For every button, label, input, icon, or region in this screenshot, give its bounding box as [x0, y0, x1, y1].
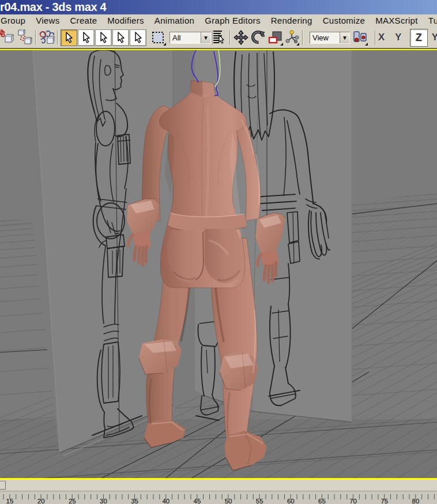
coord-system-dropdown-icon[interactable]: ▼ — [340, 32, 349, 43]
frame-number-label: 25 — [69, 498, 76, 504]
3ds-max-window: r04.max - 3ds max 4 Group Views Create M… — [0, 0, 437, 504]
select-and-move-icon[interactable] — [233, 29, 249, 46]
select-by-name-icon[interactable] — [211, 29, 227, 46]
menu-create[interactable]: Create — [65, 14, 102, 27]
timeline-labels: 15 20 25 30 35 40 45 50 55 60 65 70 75 8… — [0, 498, 437, 504]
selection-filter-combo[interactable]: All ▼ — [169, 32, 211, 44]
restrict-to-y-button[interactable]: Y — [393, 32, 404, 43]
timeline-ruler[interactable]: 15 20 25 30 35 40 45 50 55 60 65 70 75 8… — [0, 491, 437, 504]
select-and-rotate-icon[interactable] — [250, 29, 266, 46]
frame-number-label: 65 — [318, 498, 326, 504]
main-toolbar: All ▼ View ▼ X Y Z Y — [0, 27, 437, 48]
icon-glyph — [268, 30, 283, 45]
use-pivot-point-center-icon[interactable] — [352, 29, 368, 46]
toolbar-separator — [35, 30, 36, 45]
toolbar-separator — [229, 30, 231, 45]
unlink-tool-icon[interactable] — [17, 29, 33, 46]
bind-to-space-warp-icon[interactable] — [39, 29, 55, 46]
reference-coordinate-system-combo[interactable]: View ▼ — [310, 32, 350, 44]
frame-number-label: 60 — [287, 498, 295, 504]
coord-system-value: View — [310, 33, 340, 42]
frame-number-label: 50 — [225, 498, 232, 504]
icon-glyph — [352, 29, 368, 46]
cursor-arrow-glyph — [133, 32, 144, 43]
frame-number-label: 15 — [6, 498, 14, 504]
restrict-to-plane-button[interactable]: Y — [430, 32, 437, 43]
selection-filter-dropdown-icon[interactable]: ▼ — [201, 32, 210, 43]
selection-filter-value: All — [170, 33, 201, 42]
menu-views[interactable]: Views — [31, 14, 65, 27]
toolbar-separator — [57, 30, 58, 45]
icon-glyph — [0, 29, 14, 46]
menu-maxscript[interactable]: MAXScript — [370, 14, 423, 27]
icon-glyph — [251, 30, 266, 45]
select-and-scale-icon[interactable] — [268, 29, 284, 46]
frame-number-label: 40 — [162, 498, 169, 504]
menu-partial[interactable]: Tu — [423, 14, 437, 27]
time-slider-stub[interactable] — [0, 481, 6, 490]
frame-number-label: 35 — [131, 498, 138, 504]
frame-number-label: 30 — [100, 498, 107, 504]
cursor-arrow-glyph — [116, 32, 126, 43]
restrict-to-z-button[interactable]: Z — [410, 29, 428, 47]
cursor-arrow-glyph — [64, 32, 74, 43]
window-title: r04.max - 3ds max 4 — [0, 1, 106, 14]
select-object-button-5[interactable] — [130, 29, 146, 46]
select-object-button-2[interactable] — [78, 29, 95, 46]
toolbar-separator — [302, 30, 303, 45]
select-and-manipulate-icon[interactable] — [284, 29, 300, 46]
title-bar[interactable]: r04.max - 3ds max 4 — [0, 0, 437, 14]
frame-number-label: 45 — [193, 498, 201, 504]
frame-number-label: 55 — [256, 498, 263, 504]
icon-glyph — [150, 30, 165, 45]
menu-animation[interactable]: Animation — [149, 14, 199, 27]
icon-glyph — [17, 29, 32, 46]
rectangular-selection-region-icon[interactable] — [149, 29, 167, 46]
frame-number-label: 20 — [37, 498, 45, 504]
frame-number-label: 70 — [349, 498, 357, 504]
cursor-arrow-glyph — [81, 32, 92, 43]
track-bar[interactable]: 15 20 25 30 35 40 45 50 55 60 65 70 75 8… — [0, 480, 437, 504]
menu-bar: Group Views Create Modifiers Animation G… — [0, 14, 437, 27]
icon-glyph — [212, 29, 227, 46]
viewport-scene[interactable] — [0, 50, 437, 478]
menu-group[interactable]: Group — [0, 14, 31, 27]
menu-rendering[interactable]: Rendering — [266, 14, 318, 27]
link-tool-icon[interactable] — [0, 29, 14, 46]
restrict-to-x-button[interactable]: X — [376, 32, 387, 43]
select-object-button[interactable] — [61, 29, 77, 46]
frame-number-label: 80 — [412, 498, 419, 504]
frame-number-label: 75 — [381, 498, 388, 504]
menu-customize[interactable]: Customize — [318, 14, 371, 27]
menu-graph-editors[interactable]: Graph Editors — [199, 14, 265, 27]
menu-modifiers[interactable]: Modifiers — [102, 14, 149, 27]
icon-glyph — [39, 29, 55, 46]
icon-glyph — [284, 30, 299, 45]
select-object-button-4[interactable] — [112, 29, 129, 46]
select-object-button-3[interactable] — [95, 29, 112, 46]
perspective-viewport[interactable] — [0, 48, 437, 480]
icon-glyph — [233, 30, 248, 45]
cursor-arrow-glyph — [99, 32, 109, 43]
